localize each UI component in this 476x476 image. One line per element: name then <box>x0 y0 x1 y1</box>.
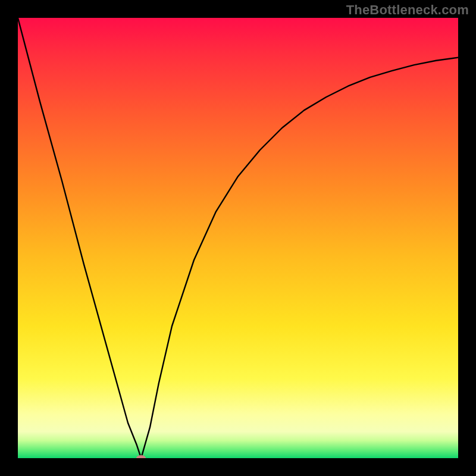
curve-svg <box>18 18 458 458</box>
plot-area <box>18 18 458 458</box>
minimum-marker <box>136 455 146 458</box>
bottleneck-curve <box>18 18 458 458</box>
chart-frame: TheBottleneck.com <box>0 0 476 476</box>
watermark-text: TheBottleneck.com <box>346 2 469 18</box>
